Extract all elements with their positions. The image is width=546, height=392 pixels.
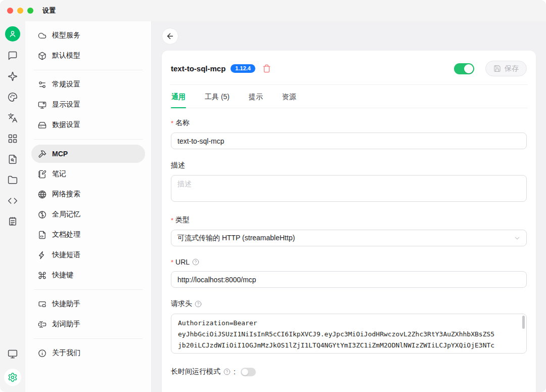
required-marker: * bbox=[171, 119, 173, 127]
rail-code-button[interactable] bbox=[7, 195, 19, 207]
sidebar-item-general-settings[interactable]: 常规设置 bbox=[31, 75, 145, 94]
sidebar-item-default-models[interactable]: 默认模型 bbox=[31, 47, 145, 65]
notebook-pen-icon bbox=[38, 170, 47, 179]
general-form: * 名称 描述 * 类型 bbox=[170, 108, 528, 388]
headers-scrollbar[interactable] bbox=[522, 316, 525, 329]
file-doc-icon bbox=[38, 231, 47, 239]
description-field-label: 描述 bbox=[171, 161, 527, 170]
sidebar-item-label: 快捷键 bbox=[52, 271, 73, 280]
headers-input[interactable]: Authorization=Bearer eyJhbGciOiJSUzI1NiI… bbox=[171, 314, 527, 354]
rail-notes-button[interactable] bbox=[7, 215, 19, 228]
required-marker: * bbox=[171, 258, 173, 266]
rail-apps-button[interactable] bbox=[7, 133, 19, 145]
main-content: text-to-sql-mcp 1.12.4 保存 通用 bbox=[152, 21, 546, 392]
url-field-label: * URL bbox=[171, 258, 527, 266]
apps-grid-icon bbox=[8, 134, 18, 144]
save-icon bbox=[493, 65, 501, 72]
translate-icon bbox=[8, 113, 18, 123]
maximize-window-button[interactable] bbox=[27, 8, 33, 14]
headers-field-label: 请求头 bbox=[171, 299, 527, 309]
text-select-icon bbox=[38, 320, 47, 329]
save-button[interactable]: 保存 bbox=[485, 61, 527, 76]
save-button-label: 保存 bbox=[505, 64, 519, 73]
tab-tools[interactable]: 工具 (5) bbox=[204, 85, 230, 108]
sidebar-item-display-settings[interactable]: 显示设置 bbox=[31, 96, 145, 114]
settings-window: 设置 bbox=[0, 0, 546, 392]
trash-icon bbox=[262, 64, 271, 73]
sidebar-item-shortcuts[interactable]: 快捷键 bbox=[31, 266, 145, 284]
hard-drive-icon bbox=[38, 121, 47, 129]
minimize-window-button[interactable] bbox=[17, 8, 23, 14]
code-icon bbox=[8, 196, 18, 206]
sidebar-item-label: 显示设置 bbox=[52, 100, 80, 109]
sidebar-item-label: MCP bbox=[52, 150, 68, 158]
type-select-value: 可流式传输的 HTTP (streamableHttp) bbox=[177, 234, 295, 243]
sidebar-divider bbox=[34, 139, 143, 140]
rail-knowledge-button[interactable] bbox=[7, 153, 19, 165]
sidebar-item-label: 关于我们 bbox=[52, 349, 80, 358]
name-input[interactable] bbox=[171, 133, 527, 149]
sidebar-item-label: 全局记忆 bbox=[52, 210, 80, 219]
close-window-button[interactable] bbox=[7, 8, 13, 14]
sidebar-item-label: 默认模型 bbox=[52, 51, 80, 60]
rail-paintings-button[interactable] bbox=[7, 91, 19, 103]
chevron-down-icon bbox=[514, 235, 521, 242]
window-title: 设置 bbox=[42, 6, 56, 15]
rail-settings-button[interactable] bbox=[4, 369, 21, 386]
hammer-icon bbox=[38, 150, 47, 158]
sidebar-item-data-settings[interactable]: 数据设置 bbox=[31, 116, 145, 134]
user-icon bbox=[8, 29, 17, 38]
sparkle-icon bbox=[8, 71, 18, 81]
rail-agents-button[interactable] bbox=[7, 70, 19, 82]
headers-help-icon[interactable] bbox=[195, 300, 202, 308]
sidebar-divider bbox=[34, 338, 143, 339]
tab-general[interactable]: 通用 bbox=[171, 85, 186, 108]
sidebar-item-selection-assistant[interactable]: 划词助手 bbox=[31, 315, 145, 333]
server-enabled-toggle[interactable] bbox=[454, 63, 474, 74]
sidebar-item-mcp[interactable]: MCP bbox=[31, 145, 145, 163]
sidebar-item-label: 快捷短语 bbox=[52, 250, 80, 259]
tab-resources[interactable]: 资源 bbox=[282, 85, 297, 108]
rail-files-button[interactable] bbox=[7, 174, 19, 186]
sidebar-item-label: 文档处理 bbox=[52, 230, 80, 239]
sliders-icon bbox=[38, 80, 47, 89]
type-field-label: * 类型 bbox=[171, 215, 527, 225]
arrow-left-icon bbox=[166, 32, 174, 40]
sidebar-item-quick-assistant[interactable]: 快捷助手 bbox=[31, 295, 145, 313]
long-running-toggle[interactable] bbox=[241, 368, 256, 376]
sidebar-item-web-search[interactable]: 网络搜索 bbox=[31, 185, 145, 203]
sidebar-item-global-memory[interactable]: 全局记忆 bbox=[31, 205, 145, 224]
sidebar-item-label: 快捷助手 bbox=[52, 299, 80, 309]
type-select[interactable]: 可流式传输的 HTTP (streamableHttp) bbox=[171, 230, 527, 246]
sidebar-item-notes[interactable]: 笔记 bbox=[31, 165, 145, 183]
settings-sidebar: 模型服务 默认模型 常规设置 显示设置 数据设置 MCP bbox=[25, 21, 152, 392]
info-icon bbox=[38, 349, 47, 358]
titlebar: 设置 bbox=[0, 0, 546, 21]
sidebar-item-quick-phrases[interactable]: 快捷短语 bbox=[31, 246, 145, 264]
tab-prompts[interactable]: 提示 bbox=[248, 85, 263, 108]
version-badge: 1.12.4 bbox=[231, 64, 255, 73]
server-title: text-to-sql-mcp bbox=[171, 64, 225, 73]
long-running-help-icon[interactable] bbox=[223, 368, 231, 375]
sidebar-item-document-processing[interactable]: 文档处理 bbox=[31, 226, 145, 244]
required-marker: * bbox=[171, 216, 173, 224]
rail-chat-button[interactable] bbox=[7, 50, 19, 62]
rail-display-button[interactable] bbox=[7, 348, 19, 360]
url-input[interactable] bbox=[171, 271, 527, 288]
sidebar-item-label: 模型服务 bbox=[52, 31, 80, 40]
file-search-icon bbox=[8, 154, 18, 164]
sidebar-item-model-services[interactable]: 模型服务 bbox=[31, 26, 145, 45]
sidebar-divider bbox=[34, 289, 143, 290]
sidebar-item-label: 数据设置 bbox=[52, 120, 80, 129]
sidebar-item-label: 划词助手 bbox=[52, 320, 80, 329]
back-button[interactable] bbox=[162, 28, 178, 45]
description-input[interactable] bbox=[171, 175, 527, 202]
url-help-icon[interactable] bbox=[192, 258, 199, 266]
sidebar-item-about-us[interactable]: 关于我们 bbox=[31, 344, 145, 362]
rail-translate-button[interactable] bbox=[7, 112, 19, 124]
globe-icon bbox=[38, 190, 47, 199]
cloud-icon bbox=[38, 31, 47, 40]
delete-server-button[interactable] bbox=[262, 64, 271, 73]
user-avatar[interactable] bbox=[5, 26, 20, 41]
name-field-label: * 名称 bbox=[171, 118, 527, 127]
